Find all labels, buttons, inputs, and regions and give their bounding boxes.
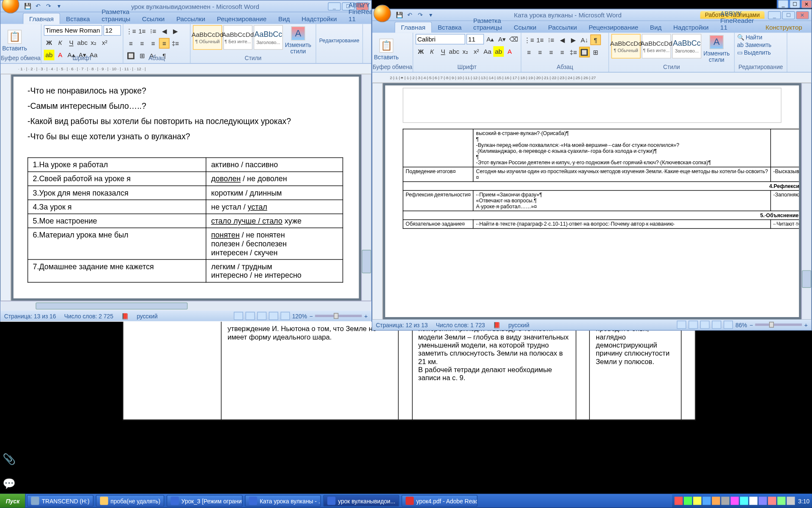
clock[interactable]: 3:10 <box>798 497 809 504</box>
vertical-scrollbar[interactable] <box>361 75 371 301</box>
tab-view[interactable]: Вид <box>644 22 667 33</box>
highlight-button[interactable]: ab <box>493 46 504 57</box>
numbering-button[interactable]: 1≡ <box>137 26 147 36</box>
replace-button[interactable]: ab Заменить <box>737 41 771 48</box>
change-styles-button[interactable]: AИзменить стили <box>702 34 730 64</box>
clear-format-button[interactable]: ⌫ <box>508 34 519 44</box>
zoom-out-button[interactable]: − <box>749 321 753 328</box>
status-lang[interactable]: русский <box>508 321 529 328</box>
vertical-scrollbar[interactable] <box>801 83 811 319</box>
zoom-level[interactable]: 86% <box>735 321 747 328</box>
outdent-button[interactable]: ◀ <box>159 26 170 36</box>
zoom-level[interactable]: 120% <box>292 313 307 319</box>
font-name-combo[interactable]: Times New Roman <box>44 25 102 36</box>
font-color-button[interactable]: A <box>505 46 515 57</box>
zoom-out-button[interactable]: − <box>310 313 313 319</box>
tab-home[interactable]: Главная <box>395 22 432 33</box>
bold-button[interactable]: Ж <box>44 37 55 48</box>
tab-design[interactable]: Конструктор <box>760 22 808 33</box>
underline-button[interactable]: Ч <box>438 46 448 57</box>
tray-icon[interactable] <box>740 497 748 505</box>
tray-icon[interactable] <box>758 497 766 505</box>
outdent-button[interactable]: ◀ <box>557 35 568 45</box>
view-print-layout[interactable] <box>677 320 686 329</box>
desktop-close[interactable]: ✕ <box>801 0 812 8</box>
status-page[interactable]: Страница: 12 из 13 <box>376 321 428 328</box>
qat-more-icon[interactable]: ▾ <box>55 1 64 11</box>
minimize-button[interactable]: _ <box>328 2 340 10</box>
align-right-button[interactable]: ≡ <box>546 47 557 58</box>
superscript-button[interactable]: x² <box>471 46 482 57</box>
font-size-combo[interactable]: 11 <box>466 34 484 44</box>
taskbar-item-active[interactable]: урок вулканывидои... <box>324 495 400 507</box>
italic-button[interactable]: К <box>427 46 437 57</box>
tray-icon[interactable] <box>702 497 710 505</box>
status-proofing-icon[interactable]: 📕 <box>121 313 129 319</box>
zoom-slider[interactable] <box>315 315 362 318</box>
horizontal-scrollbar[interactable] <box>0 301 371 310</box>
desktop-minimize[interactable]: _ <box>778 0 788 8</box>
tab-layout[interactable]: Разметка страницы <box>467 15 508 33</box>
tray-icon[interactable] <box>749 497 757 505</box>
zoom-in-button[interactable]: + <box>364 313 368 319</box>
taskbar-item[interactable]: урок4.pdf - Adobe Reader <box>402 495 478 507</box>
style-heading[interactable]: AaBbCcЗаголово... <box>672 34 701 58</box>
shading-button[interactable]: 🔲 <box>579 47 590 58</box>
undo-icon[interactable]: ↶ <box>33 1 43 11</box>
view-draft[interactable] <box>724 320 733 329</box>
status-page[interactable]: Страница: 13 из 16 <box>4 313 56 319</box>
system-tray[interactable]: 3:10 <box>672 494 812 508</box>
horizontal-ruler[interactable]: · 1 · | · 2 · | · 3 · | · 4 · | · 5 · | … <box>0 64 371 75</box>
indent-button[interactable]: ▶ <box>568 35 579 45</box>
tab-refs[interactable]: Ссылки <box>136 14 170 24</box>
tray-icon[interactable] <box>674 497 682 505</box>
taskbar-item[interactable]: проба(не удалять) <box>96 495 165 507</box>
minimize-button[interactable]: _ <box>768 11 781 19</box>
tray-icon[interactable] <box>768 497 776 505</box>
view-outline[interactable] <box>269 312 278 320</box>
tab-mail[interactable]: Рассылки <box>170 14 211 24</box>
tab-insert[interactable]: Вставка <box>432 22 467 33</box>
tab-review[interactable]: Рецензирование <box>211 14 272 24</box>
align-center-button[interactable]: ≡ <box>137 38 147 49</box>
select-button[interactable]: ▭ Выделить <box>737 49 771 55</box>
tray-icon[interactable] <box>777 497 785 505</box>
zoom-slider[interactable] <box>755 323 802 326</box>
align-center-button[interactable]: ≡ <box>535 47 546 58</box>
grow-font-button[interactable]: A▴ <box>485 34 496 44</box>
taskbar-item[interactable]: Урок_3 [Режим огранич... <box>167 495 243 507</box>
zoom-in-button[interactable]: + <box>804 321 808 328</box>
maximize-button[interactable]: ☐ <box>782 11 795 19</box>
taskbar-item[interactable]: Ката урока вулканы - ... <box>245 495 321 507</box>
redo-icon[interactable]: ↷ <box>44 1 53 11</box>
view-outline[interactable] <box>712 320 721 329</box>
strike-button[interactable]: abc <box>77 37 88 48</box>
tab-insert[interactable]: Вставка <box>60 14 96 24</box>
vertical-ruler[interactable] <box>372 83 383 319</box>
view-reading[interactable] <box>245 312 255 320</box>
comment-icon[interactable]: 💬 <box>3 478 15 490</box>
shrink-font-button[interactable]: A▾ <box>497 34 508 44</box>
change-case-button[interactable]: Aa <box>482 46 493 57</box>
tray-icon[interactable] <box>787 497 795 505</box>
tab-table-layout[interactable]: Макет <box>808 22 812 33</box>
attachment-icon[interactable]: 📎 <box>3 453 15 466</box>
office-button[interactable] <box>2 0 19 14</box>
redo-icon[interactable]: ↷ <box>416 10 425 19</box>
line-spacing-button[interactable]: ‡≡ <box>568 47 579 58</box>
tray-icon[interactable] <box>693 497 701 505</box>
tray-icon[interactable] <box>712 497 720 505</box>
subscript-button[interactable]: x₂ <box>460 46 471 57</box>
numbering-button[interactable]: 1≡ <box>535 35 546 45</box>
strike-button[interactable]: abc <box>449 46 459 57</box>
view-web[interactable] <box>257 312 266 320</box>
underline-button[interactable]: Ч <box>66 37 77 48</box>
status-proofing-icon[interactable]: 📕 <box>493 321 500 328</box>
multilevel-button[interactable]: ⁝≡ <box>148 26 159 36</box>
multilevel-button[interactable]: ⁝≡ <box>546 35 557 45</box>
style-heading[interactable]: AaBbCcЗаголово... <box>254 25 283 50</box>
bold-button[interactable]: Ж <box>416 46 426 57</box>
justify-button[interactable]: ≡ <box>159 38 170 49</box>
tab-mail[interactable]: Рассылки <box>542 22 583 33</box>
tab-view[interactable]: Вид <box>272 14 296 24</box>
